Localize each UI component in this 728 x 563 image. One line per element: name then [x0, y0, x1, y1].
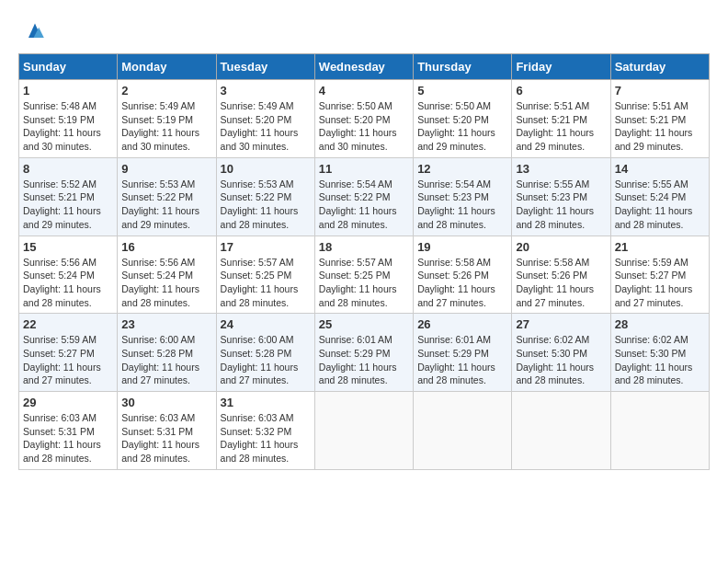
day-number: 26 — [417, 317, 507, 331]
day-info: Sunrise: 6:00 AMSunset: 5:28 PMDaylight:… — [221, 334, 299, 385]
weekday-header: Wednesday — [314, 54, 413, 80]
calendar-cell: 4 Sunrise: 5:50 AMSunset: 5:20 PMDayligh… — [314, 80, 413, 158]
day-info: Sunrise: 5:50 AMSunset: 5:20 PMDaylight:… — [417, 100, 495, 152]
day-info: Sunrise: 5:51 AMSunset: 5:21 PMDaylight:… — [516, 100, 594, 152]
calendar-cell: 25 Sunrise: 6:01 AMSunset: 5:29 PMDaylig… — [314, 314, 413, 392]
calendar-cell — [414, 392, 512, 470]
day-info: Sunrise: 5:50 AMSunset: 5:20 PMDaylight:… — [319, 100, 397, 152]
day-info: Sunrise: 5:57 AMSunset: 5:25 PMDaylight:… — [319, 257, 397, 308]
day-number: 29 — [23, 396, 113, 409]
day-number: 14 — [615, 162, 705, 176]
calendar-cell: 1 Sunrise: 5:48 AMSunset: 5:19 PMDayligh… — [19, 80, 118, 158]
day-info: Sunrise: 5:57 AMSunset: 5:25 PMDaylight:… — [221, 257, 299, 308]
logo-icon — [22, 18, 48, 44]
day-number: 28 — [615, 317, 705, 331]
day-number: 16 — [121, 240, 211, 254]
day-number: 10 — [221, 162, 311, 176]
day-info: Sunrise: 6:03 AMSunset: 5:32 PMDaylight:… — [221, 412, 299, 464]
day-number: 11 — [319, 162, 409, 176]
day-number: 6 — [516, 84, 606, 98]
calendar-cell: 29 Sunrise: 6:03 AMSunset: 5:31 PMDaylig… — [19, 392, 118, 470]
day-number: 21 — [615, 240, 705, 254]
calendar-cell: 28 Sunrise: 6:02 AMSunset: 5:30 PMDaylig… — [610, 314, 709, 392]
day-info: Sunrise: 5:52 AMSunset: 5:21 PMDaylight:… — [23, 178, 101, 230]
calendar-cell: 22 Sunrise: 5:59 AMSunset: 5:27 PMDaylig… — [19, 314, 118, 392]
day-info: Sunrise: 6:00 AMSunset: 5:28 PMDaylight:… — [121, 334, 199, 385]
day-info: Sunrise: 5:54 AMSunset: 5:23 PMDaylight:… — [417, 178, 495, 230]
calendar-cell: 23 Sunrise: 6:00 AMSunset: 5:28 PMDaylig… — [118, 314, 216, 392]
calendar-cell: 18 Sunrise: 5:57 AMSunset: 5:25 PMDaylig… — [314, 236, 413, 314]
calendar-cell: 10 Sunrise: 5:53 AMSunset: 5:22 PMDaylig… — [216, 157, 314, 236]
day-number: 5 — [417, 84, 507, 98]
weekday-header: Saturday — [610, 54, 709, 80]
day-info: Sunrise: 6:02 AMSunset: 5:30 PMDaylight:… — [516, 334, 594, 385]
day-info: Sunrise: 5:53 AMSunset: 5:22 PMDaylight:… — [221, 178, 299, 230]
day-info: Sunrise: 6:02 AMSunset: 5:30 PMDaylight:… — [615, 334, 693, 385]
day-info: Sunrise: 5:49 AMSunset: 5:19 PMDaylight:… — [121, 100, 199, 152]
day-number: 15 — [23, 240, 113, 254]
day-info: Sunrise: 5:49 AMSunset: 5:20 PMDaylight:… — [221, 100, 299, 152]
calendar-cell: 20 Sunrise: 5:58 AMSunset: 5:26 PMDaylig… — [512, 236, 610, 314]
calendar-cell: 6 Sunrise: 5:51 AMSunset: 5:21 PMDayligh… — [512, 80, 610, 158]
calendar-cell: 26 Sunrise: 6:01 AMSunset: 5:29 PMDaylig… — [414, 314, 512, 392]
day-info: Sunrise: 5:58 AMSunset: 5:26 PMDaylight:… — [417, 257, 495, 308]
calendar-cell: 21 Sunrise: 5:59 AMSunset: 5:27 PMDaylig… — [610, 236, 709, 314]
day-number: 17 — [221, 240, 311, 254]
day-number: 31 — [221, 396, 311, 409]
calendar-cell: 19 Sunrise: 5:58 AMSunset: 5:26 PMDaylig… — [414, 236, 512, 314]
calendar-cell: 11 Sunrise: 5:54 AMSunset: 5:22 PMDaylig… — [314, 157, 413, 236]
weekday-header: Monday — [118, 54, 216, 80]
day-number: 1 — [23, 84, 113, 98]
calendar-cell: 7 Sunrise: 5:51 AMSunset: 5:21 PMDayligh… — [610, 80, 709, 158]
day-info: Sunrise: 5:56 AMSunset: 5:24 PMDaylight:… — [23, 257, 101, 308]
day-number: 4 — [319, 84, 409, 98]
day-info: Sunrise: 5:59 AMSunset: 5:27 PMDaylight:… — [23, 334, 101, 385]
calendar: SundayMondayTuesdayWednesdayThursdayFrid… — [18, 53, 710, 470]
header — [18, 18, 710, 44]
day-info: Sunrise: 6:01 AMSunset: 5:29 PMDaylight:… — [417, 334, 495, 385]
day-info: Sunrise: 5:51 AMSunset: 5:21 PMDaylight:… — [615, 100, 693, 152]
day-number: 19 — [417, 240, 507, 254]
day-number: 24 — [221, 317, 311, 331]
calendar-cell: 27 Sunrise: 6:02 AMSunset: 5:30 PMDaylig… — [512, 314, 610, 392]
day-info: Sunrise: 5:58 AMSunset: 5:26 PMDaylight:… — [516, 257, 594, 308]
day-info: Sunrise: 5:55 AMSunset: 5:24 PMDaylight:… — [615, 178, 693, 230]
calendar-cell: 14 Sunrise: 5:55 AMSunset: 5:24 PMDaylig… — [610, 157, 709, 236]
calendar-cell: 24 Sunrise: 6:00 AMSunset: 5:28 PMDaylig… — [216, 314, 314, 392]
calendar-cell: 30 Sunrise: 6:03 AMSunset: 5:31 PMDaylig… — [118, 392, 216, 470]
day-number: 12 — [417, 162, 507, 176]
weekday-header: Friday — [512, 54, 610, 80]
day-number: 25 — [319, 317, 409, 331]
calendar-cell: 8 Sunrise: 5:52 AMSunset: 5:21 PMDayligh… — [19, 157, 118, 236]
day-number: 27 — [516, 317, 606, 331]
day-number: 7 — [615, 84, 705, 98]
calendar-cell: 5 Sunrise: 5:50 AMSunset: 5:20 PMDayligh… — [414, 80, 512, 158]
day-number: 8 — [23, 162, 113, 176]
day-info: Sunrise: 5:59 AMSunset: 5:27 PMDaylight:… — [615, 257, 693, 308]
day-number: 13 — [516, 162, 606, 176]
day-info: Sunrise: 6:03 AMSunset: 5:31 PMDaylight:… — [121, 412, 199, 464]
day-info: Sunrise: 5:55 AMSunset: 5:23 PMDaylight:… — [516, 178, 594, 230]
calendar-cell: 13 Sunrise: 5:55 AMSunset: 5:23 PMDaylig… — [512, 157, 610, 236]
calendar-cell: 9 Sunrise: 5:53 AMSunset: 5:22 PMDayligh… — [118, 157, 216, 236]
day-number: 3 — [221, 84, 311, 98]
calendar-cell — [512, 392, 610, 470]
calendar-cell: 2 Sunrise: 5:49 AMSunset: 5:19 PMDayligh… — [118, 80, 216, 158]
day-info: Sunrise: 6:03 AMSunset: 5:31 PMDaylight:… — [23, 412, 101, 464]
day-number: 30 — [121, 396, 211, 409]
day-number: 2 — [121, 84, 211, 98]
calendar-cell: 16 Sunrise: 5:56 AMSunset: 5:24 PMDaylig… — [118, 236, 216, 314]
calendar-cell: 31 Sunrise: 6:03 AMSunset: 5:32 PMDaylig… — [216, 392, 314, 470]
day-number: 23 — [121, 317, 211, 331]
calendar-cell — [314, 392, 413, 470]
calendar-cell — [610, 392, 709, 470]
day-number: 22 — [23, 317, 113, 331]
weekday-header: Thursday — [414, 54, 512, 80]
day-info: Sunrise: 6:01 AMSunset: 5:29 PMDaylight:… — [319, 334, 397, 385]
calendar-cell: 12 Sunrise: 5:54 AMSunset: 5:23 PMDaylig… — [414, 157, 512, 236]
day-info: Sunrise: 5:54 AMSunset: 5:22 PMDaylight:… — [319, 178, 397, 230]
day-info: Sunrise: 5:48 AMSunset: 5:19 PMDaylight:… — [23, 100, 101, 152]
day-number: 20 — [516, 240, 606, 254]
day-info: Sunrise: 5:53 AMSunset: 5:22 PMDaylight:… — [121, 178, 199, 230]
weekday-header: Tuesday — [216, 54, 314, 80]
